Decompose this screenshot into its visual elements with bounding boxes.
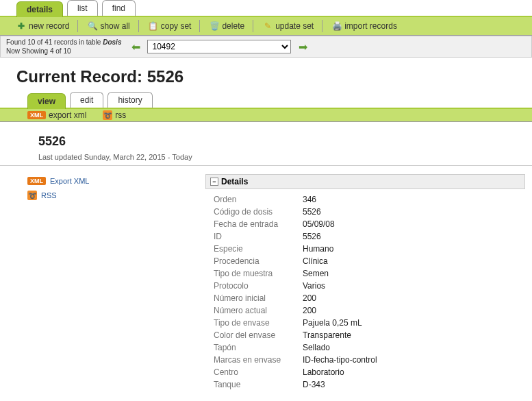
field-label: Centro <box>214 367 303 377</box>
import-icon: 🖨️ <box>332 21 342 31</box>
field-label: Tanque <box>214 380 303 389</box>
field-value: Sellado <box>303 343 330 352</box>
rss-icon: ➰ <box>27 191 37 200</box>
field-row: TanqueD-343 <box>214 378 517 391</box>
field-value: Varios <box>303 281 325 291</box>
import-records-label: import records <box>344 21 397 31</box>
field-row: ProtocoloVarios <box>214 280 517 292</box>
show-all-label: show all <box>100 21 129 31</box>
update-set-label: update set <box>275 21 314 31</box>
nav-info: Found 10 of 41 records in table Dosis No… <box>3 38 124 56</box>
prev-record-button[interactable]: ⬅ <box>128 40 143 53</box>
xml-icon: XML <box>27 177 46 185</box>
tab-find[interactable]: find <box>102 0 136 16</box>
field-value: 200 <box>303 293 316 303</box>
last-updated: Last updated Sunday, March 22, 2015 - To… <box>38 153 505 161</box>
details-panel: − Details Orden346Código de dosis5526Fec… <box>205 174 525 395</box>
field-row: Marcas en envaseID-fecha-tipo-control <box>214 354 517 366</box>
field-row: Orden346 <box>214 193 517 206</box>
sidebar-rss-label: RSS <box>41 191 57 199</box>
field-label: Procedencia <box>214 256 303 266</box>
rss-label: rss <box>115 110 126 120</box>
field-row: Número actual200 <box>214 304 517 317</box>
record-header: 5526 Last updated Sunday, March 22, 2015… <box>0 122 532 166</box>
top-tabs: details list find <box>0 0 532 17</box>
tab-details[interactable]: details <box>16 1 63 17</box>
zoom-out-icon: 🔍 <box>88 21 97 31</box>
field-label: Código de dosis <box>214 207 303 217</box>
field-value: 05/09/08 <box>303 219 335 229</box>
page-title: Current Record: 5526 <box>0 58 532 92</box>
field-label: Tapón <box>214 343 303 352</box>
export-xml-button[interactable]: XML export xml <box>27 110 86 120</box>
field-row: ProcedenciaClínica <box>214 255 517 267</box>
field-value: Clínica <box>303 256 328 266</box>
details-title: Details <box>221 177 248 186</box>
field-value: 5526 <box>303 232 321 241</box>
field-row: CentroLaboratorio <box>214 366 517 378</box>
field-row: EspecieHumano <box>214 243 517 255</box>
rss-button[interactable]: ➰ rss <box>103 110 126 120</box>
add-icon: ✚ <box>16 21 26 31</box>
field-label: Número actual <box>214 306 303 315</box>
field-value: Semen <box>303 269 329 278</box>
field-label: Tipo de muestra <box>214 269 303 278</box>
field-value: ID-fecha-tipo-control <box>303 355 377 365</box>
field-label: ID <box>214 232 303 241</box>
field-row: ID5526 <box>214 230 517 243</box>
delete-label: delete <box>222 21 244 31</box>
field-value: Laboratorio <box>303 367 344 377</box>
sidebar-rss[interactable]: ➰ RSS <box>27 191 192 200</box>
copy-set-label: copy set <box>161 21 192 31</box>
xml-icon: XML <box>27 111 46 119</box>
details-header: − Details <box>205 174 525 189</box>
field-row: Código de dosis5526 <box>214 206 517 218</box>
content-area: XML Export XML ➰ RSS − Details Orden346C… <box>0 174 532 395</box>
copy-set-button[interactable]: 📋 copy set <box>144 20 201 32</box>
field-row: Tipo de muestraSemen <box>214 267 517 280</box>
sub-tabs: view edit history <box>0 92 532 109</box>
record-nav-bar: Found 10 of 41 records in table Dosis No… <box>0 36 532 58</box>
tab-list[interactable]: list <box>67 0 98 16</box>
field-row: TapónSellado <box>214 341 517 354</box>
field-label: Protocolo <box>214 281 303 291</box>
tab-view[interactable]: view <box>27 93 66 109</box>
tab-history[interactable]: history <box>107 92 152 108</box>
field-value: 5526 <box>303 207 321 217</box>
new-record-label: new record <box>29 21 69 31</box>
record-select[interactable]: 10492 <box>147 40 291 53</box>
main-toolbar: ✚ new record 🔍 show all 📋 copy set 🗑️ de… <box>0 17 532 36</box>
collapse-button[interactable]: − <box>210 178 218 186</box>
field-value: Humano <box>303 244 333 254</box>
field-label: Marcas en envase <box>214 355 303 365</box>
field-list: Orden346Código de dosis5526Fecha de entr… <box>205 189 525 395</box>
delete-button[interactable]: 🗑️ delete <box>205 20 253 32</box>
field-label: Especie <box>214 244 303 254</box>
import-records-button[interactable]: 🖨️ import records <box>328 20 405 32</box>
sidebar: XML Export XML ➰ RSS <box>27 174 192 395</box>
sidebar-export-xml-label: Export XML <box>50 177 89 185</box>
rss-icon: ➰ <box>103 110 112 120</box>
delete-icon: 🗑️ <box>210 21 219 31</box>
copy-icon: 📋 <box>149 21 158 31</box>
pencil-icon: ✎ <box>263 21 273 31</box>
field-value: 200 <box>303 306 316 315</box>
field-value: D-343 <box>303 380 325 389</box>
field-row: Fecha de entrada05/09/08 <box>214 218 517 230</box>
new-record-button[interactable]: ✚ new record <box>16 20 78 32</box>
next-record-button[interactable]: ➡ <box>295 40 310 53</box>
field-row: Tipo de envasePajuela 0,25 mL <box>214 317 517 329</box>
field-label: Tipo de envase <box>214 318 303 328</box>
show-all-button[interactable]: 🔍 show all <box>84 20 138 32</box>
field-label: Fecha de entrada <box>214 219 303 229</box>
field-value: Transparente <box>303 330 351 340</box>
sidebar-export-xml[interactable]: XML Export XML <box>27 177 192 185</box>
sub-toolbar: XML export xml ➰ rss <box>0 109 532 122</box>
tab-edit[interactable]: edit <box>70 92 103 108</box>
field-value: Pajuela 0,25 mL <box>303 318 362 328</box>
update-set-button[interactable]: ✎ update set <box>259 20 322 32</box>
record-id: 5526 <box>38 134 505 149</box>
field-row: Color del envaseTransparente <box>214 329 517 341</box>
export-xml-label: export xml <box>49 110 86 120</box>
field-value: 346 <box>303 195 316 204</box>
